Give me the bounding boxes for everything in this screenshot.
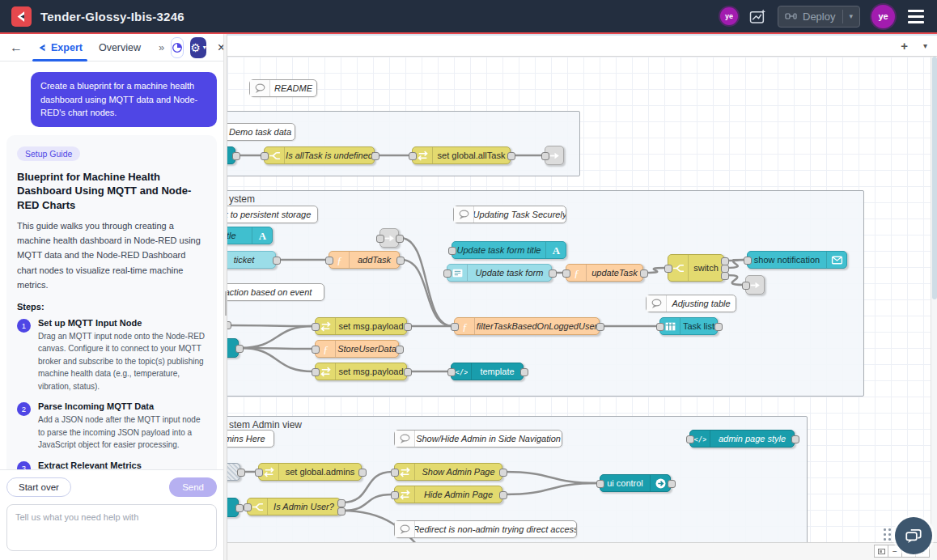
node-port[interactable] xyxy=(312,323,320,331)
flow-node-demo-task-data[interactable]: Demo task data xyxy=(227,123,295,141)
node-port[interactable] xyxy=(337,507,346,515)
flow-node-link[interactable] xyxy=(379,228,399,248)
node-port[interactable] xyxy=(404,368,412,376)
flow-node-action-based-on-event[interactable]: action based on event xyxy=(227,283,324,301)
send-button[interactable]: Send xyxy=(169,477,217,497)
flow-node-is-admin-user[interactable]: Is Admin User? xyxy=(247,498,341,515)
flow-node-link[interactable] xyxy=(545,146,564,165)
node-port[interactable] xyxy=(235,504,244,512)
flow-node-stub-teal[interactable] xyxy=(227,498,239,517)
deploy-caret-icon[interactable]: ▾ xyxy=(849,12,853,20)
flow-node-storeuserdata[interactable]: ƒStoreUserData xyxy=(315,340,399,358)
node-port[interactable] xyxy=(244,503,252,511)
node-port[interactable] xyxy=(396,257,405,265)
node-port[interactable] xyxy=(541,152,549,160)
node-port[interactable] xyxy=(312,346,320,354)
node-port[interactable] xyxy=(443,269,452,278)
node-port[interactable] xyxy=(714,323,723,331)
flow-node-ticket[interactable]: ticket xyxy=(227,251,276,269)
node-port[interactable] xyxy=(391,469,399,477)
node-port[interactable] xyxy=(235,345,244,353)
flow-node-stub-teal[interactable] xyxy=(227,146,235,164)
flow-node-update-task-form-title[interactable]: AUpdate task form title xyxy=(452,241,566,259)
node-port[interactable] xyxy=(744,257,752,265)
flow-node-filtertaskbasedonloggeduser[interactable]: ƒfilterTaskBasedOnLoggedUser xyxy=(454,317,600,335)
flow-list-caret-icon[interactable]: ▾ xyxy=(923,41,927,50)
flow-node-stub-teal[interactable] xyxy=(227,338,239,358)
flowfuse-logo-icon[interactable] xyxy=(11,6,32,27)
flow-canvas[interactable]: ystemstem Admin viewREADMEDemo task data… xyxy=(227,57,931,542)
flow-node-readme[interactable]: README xyxy=(249,79,317,97)
node-port[interactable] xyxy=(232,152,240,160)
node-port[interactable] xyxy=(447,368,456,376)
flow-node-hide-admin-page[interactable]: Hide Admin Page xyxy=(394,486,502,503)
node-port[interactable] xyxy=(358,469,367,477)
tab-overview[interactable]: Overview xyxy=(94,34,146,62)
flow-node-show-admin-page[interactable]: Show Admin Page xyxy=(394,463,502,481)
flow-node-mins-here[interactable]: mins Here xyxy=(227,430,274,448)
node-port[interactable] xyxy=(562,269,570,278)
flow-node-switch[interactable]: switch xyxy=(668,254,724,282)
node-port[interactable] xyxy=(596,323,604,331)
node-port[interactable] xyxy=(391,491,399,499)
flow-node-show-hide-admin-in-side-navigation[interactable]: Show/Hide Admin in Side Navigation xyxy=(394,430,562,448)
flow-node-stub-gray[interactable] xyxy=(227,463,240,481)
assistant-prompt-input[interactable] xyxy=(6,504,217,551)
node-port[interactable] xyxy=(325,257,333,265)
avatar-small[interactable]: ye xyxy=(720,7,738,25)
node-port[interactable] xyxy=(396,346,404,354)
node-port[interactable] xyxy=(640,269,648,278)
node-port[interactable] xyxy=(404,323,412,331)
flow-node-sk-to-persistent-storage[interactable]: sk to persistent storage xyxy=(227,206,318,223)
flow-node-set-msg-payload[interactable]: set msg.payload xyxy=(315,317,407,335)
node-port[interactable] xyxy=(549,269,557,278)
node-port[interactable] xyxy=(499,469,507,477)
node-port[interactable] xyxy=(237,469,245,477)
start-over-button[interactable]: Start over xyxy=(6,477,71,497)
panel-resize-handle[interactable] xyxy=(223,34,227,560)
node-port[interactable] xyxy=(507,152,515,160)
node-port[interactable] xyxy=(664,265,672,273)
flow-node-admin-page-style[interactable]: </>admin page style xyxy=(689,430,795,448)
flow-node-updatetask[interactable]: ƒupdateTask xyxy=(566,264,643,282)
node-port[interactable] xyxy=(451,323,459,331)
flow-node-task-list[interactable]: Task list xyxy=(659,317,718,335)
flow-node-set-global-admins[interactable]: set global.admins xyxy=(258,463,362,481)
flow-node-set-msg-payload[interactable]: set msg.payload xyxy=(315,363,407,380)
flow-node-adjusting-table[interactable]: Adjusting table xyxy=(646,295,736,312)
node-port[interactable] xyxy=(721,272,729,280)
assistant-chat-fab[interactable] xyxy=(895,517,932,554)
more-tabs-icon[interactable]: » xyxy=(159,41,164,53)
flow-node-template[interactable]: </>template xyxy=(451,363,524,380)
flow-node-ui-control[interactable]: ui control xyxy=(600,474,671,492)
node-port[interactable] xyxy=(371,152,379,160)
node-port[interactable] xyxy=(409,152,417,160)
flow-node-is-alltask-is-undefined[interactable]: Is allTask is undefined xyxy=(264,146,375,164)
node-port[interactable] xyxy=(742,282,750,290)
avatar-user[interactable]: ye xyxy=(871,5,895,28)
node-port[interactable] xyxy=(255,469,263,477)
node-port[interactable] xyxy=(520,368,528,376)
ai-assistant-icon[interactable] xyxy=(749,9,766,24)
flow-node-set-global-alltask[interactable]: set global.allTask xyxy=(412,146,511,164)
tab-expert[interactable]: Expert xyxy=(32,34,87,62)
flow-node-updating-task-securely[interactable]: Updating Task Securely xyxy=(453,206,566,223)
flow-node-update-task-form[interactable]: Update task form xyxy=(447,264,552,282)
flow-node-link[interactable] xyxy=(745,275,765,295)
back-arrow-icon[interactable]: ← xyxy=(6,40,26,55)
node-port[interactable] xyxy=(448,247,456,255)
main-menu-icon[interactable] xyxy=(906,8,926,25)
flow-node-addtask[interactable]: ƒaddTask xyxy=(329,251,400,269)
deploy-button[interactable]: Deploy ▾ xyxy=(778,6,860,28)
node-port[interactable] xyxy=(396,235,404,243)
node-port[interactable] xyxy=(668,480,676,488)
node-port[interactable] xyxy=(791,435,799,443)
node-port[interactable] xyxy=(273,257,281,265)
scrollbar-thumb[interactable] xyxy=(932,57,937,299)
flow-node-show-notification[interactable]: show notification xyxy=(747,251,847,269)
node-port[interactable] xyxy=(261,152,269,160)
node-port[interactable] xyxy=(337,499,346,507)
node-port[interactable] xyxy=(656,323,664,331)
flow-node-form-title[interactable]: Aform title xyxy=(227,227,273,244)
usage-chart-button[interactable] xyxy=(171,37,184,58)
